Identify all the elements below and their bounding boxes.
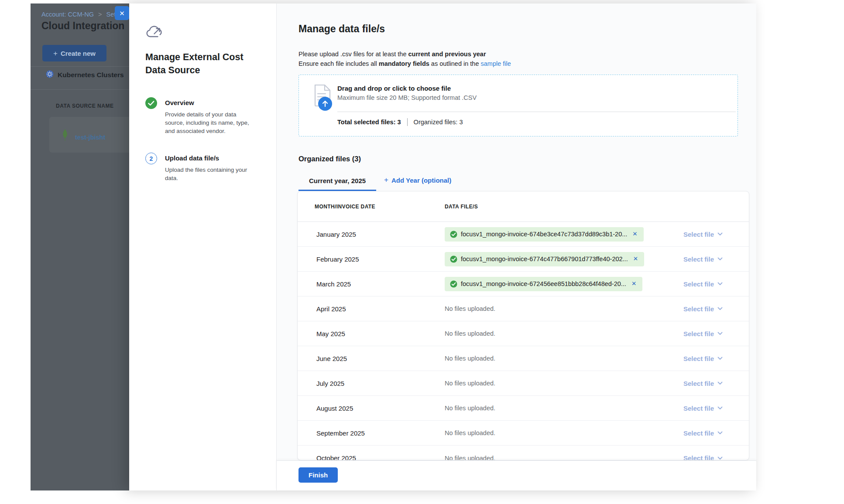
select-file-button-label: Select file bbox=[683, 355, 714, 362]
month-label: July 2025 bbox=[316, 380, 445, 387]
chevron-down-icon bbox=[717, 406, 723, 410]
file-chip-name: focusv1_mongo-invoice-6774c477b667901d77… bbox=[461, 255, 628, 262]
file-cell: focusv1_mongo-invoice-6774c477b667901d77… bbox=[445, 252, 672, 266]
step-number-badge: 2 bbox=[145, 153, 157, 164]
breadcrumb: Account: CCM-NG > Set bbox=[41, 11, 116, 18]
remove-file-icon[interactable]: ✕ bbox=[631, 280, 637, 288]
select-file-button[interactable]: Select file bbox=[683, 231, 723, 238]
month-label: March 2025 bbox=[316, 280, 445, 288]
empty-text: No files uploaded. bbox=[445, 355, 495, 362]
file-dropzone[interactable]: Drag and drop or click to choose file Ma… bbox=[298, 75, 738, 136]
file-chip[interactable]: focusv1_mongo-invoice-672456ee851bbb28c6… bbox=[445, 277, 642, 291]
select-file-button-label: Select file bbox=[683, 280, 714, 288]
organized-files-count: Organized files: 3 bbox=[414, 119, 463, 126]
close-button[interactable]: ✕ bbox=[115, 6, 129, 20]
mongodb-leaf-icon bbox=[62, 129, 68, 143]
file-chip[interactable]: focusv1_mongo-invoice-6774c477b667901d77… bbox=[445, 252, 644, 266]
file-cell: No files uploaded. bbox=[445, 405, 672, 412]
chevron-down-icon bbox=[717, 257, 723, 261]
month-label: January 2025 bbox=[316, 231, 445, 238]
select-file-button-label: Select file bbox=[683, 429, 714, 437]
tab-kubernetes-clusters[interactable]: Kubernetes Clusters bbox=[46, 70, 124, 80]
select-file-button[interactable]: Select file bbox=[683, 405, 723, 412]
breadcrumb-separator: > bbox=[98, 11, 102, 18]
column-header-data-files: DATA FILE/S bbox=[445, 204, 478, 210]
total-selected-files: Total selected files: 3 bbox=[337, 119, 401, 126]
table-row: September 2025 No files uploaded. Select… bbox=[298, 421, 749, 446]
data-source-name-link[interactable]: test-jbisht bbox=[75, 134, 105, 141]
check-circle-icon bbox=[450, 280, 457, 288]
dropzone-totals: Total selected files: 3 Organized files:… bbox=[337, 118, 463, 126]
chevron-down-icon bbox=[717, 307, 723, 310]
file-cell: No files uploaded. bbox=[445, 330, 672, 337]
dropzone-subtitle: Maximum file size 20 MB; Supported forma… bbox=[337, 94, 477, 101]
remove-file-icon[interactable]: ✕ bbox=[631, 230, 638, 238]
select-file-button[interactable]: Select file bbox=[683, 330, 723, 337]
manage-external-cost-modal: ✕ Manage External Cost Data Source Overv… bbox=[129, 3, 756, 490]
chevron-down-icon bbox=[717, 456, 723, 460]
file-cell: focusv1_mongo-invoice-674be3ce47c73d37dd… bbox=[445, 227, 672, 242]
wizard-steps-panel: Manage External Cost Data Source Overvie… bbox=[129, 3, 276, 490]
breadcrumb-account-link[interactable]: Account: CCM-NG bbox=[41, 11, 94, 18]
file-chip-name: focusv1_mongo-invoice-674be3ce47c73d37dd… bbox=[461, 231, 627, 238]
select-file-button[interactable]: Select file bbox=[683, 355, 723, 362]
month-label: September 2025 bbox=[316, 429, 445, 437]
step-overview[interactable]: Overview Provide details of your data so… bbox=[145, 97, 260, 135]
tab-kubernetes-clusters-label: Kubernetes Clusters bbox=[58, 71, 124, 79]
upload-arrow-icon bbox=[318, 97, 332, 111]
empty-text: No files uploaded. bbox=[445, 429, 495, 436]
month-label: May 2025 bbox=[316, 330, 445, 337]
content-title: Manage data file/s bbox=[298, 23, 385, 35]
select-file-button-label: Select file bbox=[683, 454, 714, 460]
empty-text: No files uploaded. bbox=[445, 305, 495, 312]
instruction-line-2: Ensure each file includes all mandatory … bbox=[298, 59, 511, 68]
empty-text: No files uploaded. bbox=[445, 380, 495, 387]
check-circle-icon bbox=[450, 255, 457, 263]
select-file-button[interactable]: Select file bbox=[683, 255, 723, 263]
file-cell: No files uploaded. bbox=[445, 429, 672, 436]
step-upload-title: Upload data file/s bbox=[165, 153, 260, 162]
file-cell: focusv1_mongo-invoice-672456ee851bbb28c6… bbox=[445, 277, 672, 291]
table-row: January 2025 focusv1_mongo-invoice-674be… bbox=[298, 222, 749, 247]
upload-step-content: Manage data file/s Please upload .csv fi… bbox=[276, 3, 756, 490]
month-label: February 2025 bbox=[316, 255, 445, 263]
instruction-line-1: Please upload .csv files for at least th… bbox=[298, 49, 511, 59]
select-file-button[interactable]: Select file bbox=[683, 305, 723, 313]
select-file-button[interactable]: Select file bbox=[683, 429, 723, 437]
table-row: October 2025 No files uploaded. Select f… bbox=[298, 446, 749, 460]
chevron-down-icon bbox=[717, 431, 723, 435]
plus-icon: + bbox=[53, 50, 58, 57]
monthly-files-table: MONTH/INVOICE DATE DATA FILE/S January 2… bbox=[297, 191, 749, 460]
file-chip[interactable]: focusv1_mongo-invoice-674be3ce47c73d37dd… bbox=[445, 227, 644, 242]
tab-current-year[interactable]: Current year, 2025 bbox=[298, 173, 376, 191]
create-new-button[interactable]: + Create new bbox=[42, 45, 106, 61]
step-overview-title: Overview bbox=[165, 97, 260, 106]
table-row: July 2025 No files uploaded. Select file bbox=[298, 371, 749, 396]
finish-button[interactable]: Finish bbox=[298, 467, 338, 483]
screen: Account: CCM-NG > Set Cloud Integration … bbox=[0, 0, 844, 504]
file-cell: No files uploaded. bbox=[445, 355, 672, 362]
table-row: March 2025 focusv1_mongo-invoice-672456e… bbox=[298, 272, 749, 296]
sample-file-link[interactable]: sample file bbox=[481, 60, 511, 67]
table-row: June 2025 No files uploaded. Select file bbox=[298, 346, 749, 371]
file-cell: No files uploaded. bbox=[445, 305, 672, 312]
month-rows: January 2025 focusv1_mongo-invoice-674be… bbox=[298, 222, 749, 460]
remove-file-icon[interactable]: ✕ bbox=[632, 255, 639, 263]
select-file-button[interactable]: Select file bbox=[683, 380, 723, 387]
dropzone-title: Drag and drop or click to choose file bbox=[337, 85, 451, 92]
step-complete-check-icon bbox=[145, 97, 157, 109]
month-label: October 2025 bbox=[316, 454, 445, 460]
create-new-label: Create new bbox=[61, 50, 96, 57]
organized-files-heading: Organized files (3) bbox=[298, 155, 361, 163]
file-cell: No files uploaded. bbox=[445, 380, 672, 387]
empty-text: No files uploaded. bbox=[445, 455, 495, 461]
chevron-down-icon bbox=[717, 282, 723, 286]
divider bbox=[31, 66, 129, 67]
add-year-button[interactable]: + Add Year (optional) bbox=[376, 171, 459, 191]
select-file-button[interactable]: Select file bbox=[683, 454, 723, 460]
select-file-button-label: Select file bbox=[683, 330, 714, 337]
modal-footer: Finish bbox=[277, 460, 756, 490]
select-file-button[interactable]: Select file bbox=[683, 280, 723, 288]
totals-divider bbox=[407, 118, 408, 126]
step-upload-data-files[interactable]: 2 Upload data file/s Upload the files co… bbox=[145, 153, 260, 182]
